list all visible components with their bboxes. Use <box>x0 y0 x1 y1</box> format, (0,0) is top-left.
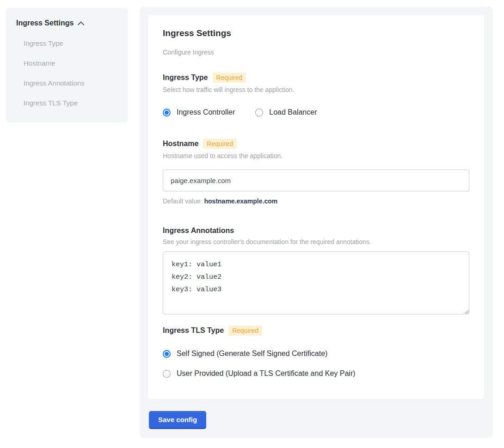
chevron-up-icon <box>78 21 84 25</box>
required-badge: Required <box>203 139 237 149</box>
save-config-button[interactable]: Save config <box>149 411 206 429</box>
default-value-prefix: Default value: <box>163 197 204 205</box>
sidebar-group-label: Ingress Settings <box>16 19 74 27</box>
ingress-type-label: Ingress Type <box>163 74 208 82</box>
sidebar-group-ingress-settings[interactable]: Ingress Settings <box>16 19 118 27</box>
page-subtitle: Configure Ingress <box>163 49 469 56</box>
config-nav-sidebar: Ingress Settings Ingress Type Hostname I… <box>6 8 128 123</box>
config-panel: Ingress Settings Configure Ingress Ingre… <box>140 7 493 438</box>
hostname-help: Hostname used to access the application. <box>163 152 469 160</box>
sidebar-item-list: Ingress Type Hostname Ingress Annotation… <box>16 39 118 107</box>
radio-option-user-provided[interactable]: User Provided (Upload a TLS Certificate … <box>163 369 469 378</box>
radio-option-ingress-controller[interactable]: Ingress Controller <box>163 108 235 117</box>
config-card: Ingress Settings Configure Ingress Ingre… <box>148 15 484 399</box>
sidebar-item-ingress-tls-type[interactable]: Ingress TLS Type <box>24 99 118 107</box>
radio-label: Load Balancer <box>269 108 317 117</box>
ingress-type-help: Select how traffic will ingress to the a… <box>163 86 469 93</box>
tls-type-label: Ingress TLS Type <box>163 326 224 335</box>
section-hostname: Hostname Required Hostname used to acces… <box>163 139 469 205</box>
radio-label: User Provided (Upload a TLS Certificate … <box>177 369 356 378</box>
section-ingress-tls-type: Ingress TLS Type Required Self Signed (G… <box>163 325 469 378</box>
radio-icon[interactable] <box>255 109 263 117</box>
radio-option-self-signed[interactable]: Self Signed (Generate Self Signed Certif… <box>163 350 469 358</box>
sidebar-item-ingress-annotations[interactable]: Ingress Annotations <box>24 79 118 87</box>
tls-type-radio-group: Self Signed (Generate Self Signed Certif… <box>163 350 469 378</box>
hostname-input[interactable] <box>163 170 469 191</box>
radio-icon[interactable] <box>163 370 171 378</box>
radio-label: Ingress Controller <box>177 108 235 117</box>
default-value-text: hostname.example.com <box>204 197 278 205</box>
annotations-help: See your ingress controller's documentat… <box>163 238 469 245</box>
sidebar-item-ingress-type[interactable]: Ingress Type <box>24 39 118 47</box>
radio-label: Self Signed (Generate Self Signed Certif… <box>177 350 327 358</box>
radio-icon[interactable] <box>163 109 171 117</box>
hostname-default-line: Default value: hostname.example.com <box>163 197 469 205</box>
annotations-textarea[interactable]: key1: value1 key2: value2 key3: value3 <box>163 252 469 314</box>
page-title: Ingress Settings <box>163 28 469 38</box>
required-badge: Required <box>213 73 246 83</box>
hostname-label: Hostname <box>163 140 198 148</box>
sidebar-item-hostname[interactable]: Hostname <box>24 59 118 67</box>
radio-option-load-balancer[interactable]: Load Balancer <box>255 108 317 117</box>
annotations-label: Ingress Annotations <box>163 227 234 235</box>
required-badge: Required <box>228 325 262 336</box>
ingress-type-radio-group: Ingress Controller Load Balancer <box>163 108 469 117</box>
section-ingress-type: Ingress Type Required Select how traffic… <box>163 73 469 117</box>
section-ingress-annotations: Ingress Annotations See your ingress con… <box>163 227 469 316</box>
radio-icon[interactable] <box>163 350 171 358</box>
